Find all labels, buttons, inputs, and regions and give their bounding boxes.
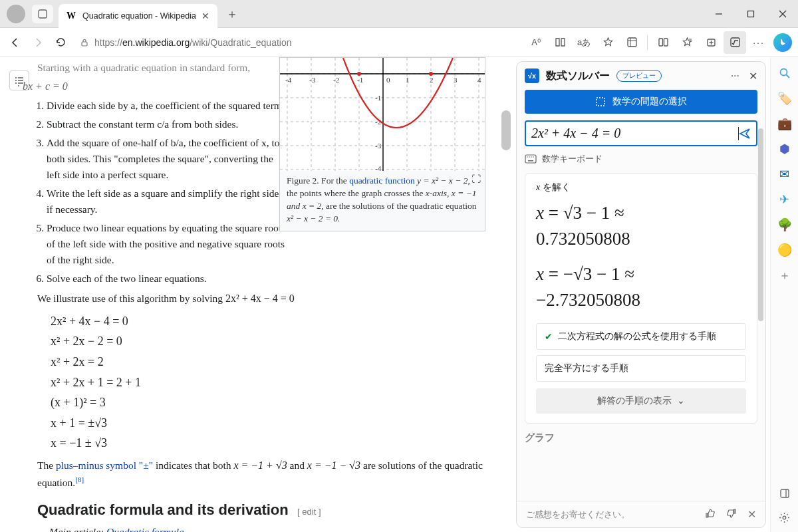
edit-link[interactable]: [ edit ] <box>293 507 321 517</box>
link-plus-minus[interactable]: plus–minus symbol "±" <box>56 460 153 471</box>
svg-point-19 <box>15 82 17 84</box>
favorites-list-button[interactable] <box>676 31 698 54</box>
dismiss-icon[interactable]: ✕ <box>747 508 756 521</box>
add-rail-icon[interactable]: ＋ <box>778 269 791 282</box>
address-bar[interactable]: https://en.wikipedia.org/wiki/Quadratic_… <box>76 32 521 53</box>
browser-tab[interactable]: W Quadratic equation - Wikipedia ✕ <box>59 4 217 28</box>
panel-scrollbar[interactable] <box>758 128 763 321</box>
lock-icon <box>80 38 89 47</box>
close-tab-icon[interactable]: ✕ <box>201 11 209 21</box>
link-quadratic-function[interactable]: quadratic function <box>349 176 415 186</box>
split-screen-button[interactable] <box>652 31 674 54</box>
thumbs-down-icon[interactable] <box>726 508 737 521</box>
translate-button[interactable]: aあ <box>573 31 595 54</box>
section-heading: Quadratic formula and its derivation [ e… <box>37 499 503 521</box>
equation-input[interactable]: 2x² + 4x − 4 = 0 <box>525 120 757 146</box>
sidebar-rail: 🏷️ 💼 ⬢ ✉ ✈ 🌳 🟡 ＋ <box>770 57 798 532</box>
solve-for-label: x x を解くを解く <box>536 182 746 194</box>
panel-more-icon[interactable]: ··· <box>731 70 739 82</box>
math-keyboard-toggle[interactable]: 数学キーボード <box>525 153 757 165</box>
web-capture-button[interactable] <box>620 31 643 54</box>
immersive-reader-button[interactable] <box>549 31 571 54</box>
svg-point-58 <box>780 69 787 76</box>
plus-minus-text: The plus–minus symbol "±" indicates that… <box>37 458 503 491</box>
solver-logo-icon: √x <box>525 68 539 83</box>
solution-1: x = √3 − 1 ≈0.732050808 <box>536 200 746 252</box>
bing-chat-button[interactable] <box>771 31 794 54</box>
tab-actions-button[interactable] <box>32 5 53 23</box>
more-button[interactable]: ··· <box>747 31 770 54</box>
favorite-button[interactable] <box>597 31 619 54</box>
profile-avatar[interactable] <box>7 5 25 23</box>
games-icon[interactable]: 🌳 <box>778 218 791 231</box>
citation-8[interactable]: [8] <box>75 475 84 483</box>
svg-rect-6 <box>628 38 636 47</box>
illustrate-text: We illustrate use of this algorithm by s… <box>37 291 503 307</box>
tab-title: Quadratic equation - Wikipedia <box>82 11 196 21</box>
outlook-icon[interactable]: ✉ <box>778 168 791 181</box>
svg-rect-5 <box>82 42 87 46</box>
send-icon[interactable] <box>739 128 751 140</box>
settings-icon[interactable] <box>778 511 791 524</box>
svg-rect-52 <box>525 155 536 163</box>
step-quadratic-formula[interactable]: ✔ 二次方程式の解の公式を使用する手順 <box>536 323 746 350</box>
step-complete-square[interactable]: 完全平方にする手順 <box>536 355 746 382</box>
svg-point-55 <box>531 156 532 158</box>
lead-text: Starting with a quadratic equation in st… <box>37 60 503 76</box>
svg-point-15 <box>15 77 17 78</box>
check-icon: ✔ <box>545 331 553 342</box>
solution-2: x = −√3 − 1 ≈−2.732050808 <box>536 261 746 313</box>
minimize-button[interactable] <box>704 0 734 28</box>
shopping-icon[interactable]: 🏷️ <box>778 92 791 105</box>
svg-rect-60 <box>781 489 789 497</box>
svg-point-53 <box>527 156 528 158</box>
graph-section-title: グラフ <box>525 432 757 444</box>
url-text: https://en.wikipedia.org/wiki/Quadratic_… <box>94 37 292 48</box>
worked-equations: 2x² + 4x − 4 = 0 x² + 2x − 2 = 0 x² + 2x… <box>51 311 503 454</box>
read-aloud-button[interactable]: A⁰ <box>525 31 547 54</box>
panel-close-icon[interactable]: ✕ <box>749 70 757 82</box>
search-icon[interactable] <box>778 66 791 80</box>
math-solver-button[interactable] <box>724 31 746 54</box>
svg-point-54 <box>529 156 530 158</box>
office-icon[interactable]: ⬢ <box>778 142 791 156</box>
figure-caption: Figure 2. For the quadratic function y =… <box>280 171 485 231</box>
svg-point-62 <box>783 516 786 519</box>
page-content[interactable]: -4-3-2-1 01234 -1-2-3-4 ⛶ Figure 2. For … <box>0 57 512 532</box>
new-tab-button[interactable]: ＋ <box>223 5 241 23</box>
svg-rect-14 <box>731 38 739 47</box>
back-button[interactable] <box>4 31 27 54</box>
svg-rect-2 <box>748 11 754 17</box>
feedback-placeholder[interactable]: ご感想をお寄せください。 <box>526 509 630 521</box>
show-steps-button[interactable]: 解答の手順の表示 ⌄ <box>536 388 746 414</box>
close-window-button[interactable] <box>767 0 798 28</box>
solver-title: 数式ソルバー <box>546 69 610 83</box>
svg-point-56 <box>533 156 534 158</box>
enlarge-icon[interactable]: ⛶ <box>471 172 481 187</box>
preview-badge: プレビュー <box>616 70 662 82</box>
page-scrollbar[interactable] <box>501 110 511 150</box>
steps-list: Divide each side by a, the coefficient o… <box>47 98 286 287</box>
svg-rect-51 <box>597 98 604 106</box>
tools-icon[interactable]: 💼 <box>778 117 791 130</box>
svg-text:-3: -3 <box>375 142 382 150</box>
main-article: Main article: Quadratic formula <box>49 524 503 532</box>
svg-text:-4: -4 <box>375 164 382 171</box>
refresh-button[interactable] <box>49 31 72 54</box>
svg-rect-8 <box>664 39 668 46</box>
collections-button[interactable] <box>700 31 722 54</box>
math-solver-panel: √x 数式ソルバー プレビュー ··· ✕ 数学の問題の選択 2x² + 4x … <box>516 61 766 528</box>
svg-rect-0 <box>39 10 47 18</box>
solution-card: x x を解くを解く x = √3 − 1 ≈0.732050808 x = −… <box>525 173 757 424</box>
hide-sidebar-icon[interactable] <box>778 487 791 500</box>
chevron-down-icon: ⌄ <box>677 395 685 406</box>
svg-rect-7 <box>659 39 663 46</box>
link-quadratic-formula[interactable]: Quadratic formula <box>106 526 184 532</box>
forward-button[interactable] <box>27 31 49 54</box>
send-icon-rail[interactable]: ✈ <box>778 193 791 206</box>
maximize-button[interactable] <box>735 0 766 28</box>
thumbs-up-icon[interactable] <box>705 508 716 521</box>
notes-icon[interactable]: 🟡 <box>778 243 791 257</box>
wikipedia-favicon: W <box>66 11 77 21</box>
select-problem-button[interactable]: 数学の問題の選択 <box>525 90 757 114</box>
